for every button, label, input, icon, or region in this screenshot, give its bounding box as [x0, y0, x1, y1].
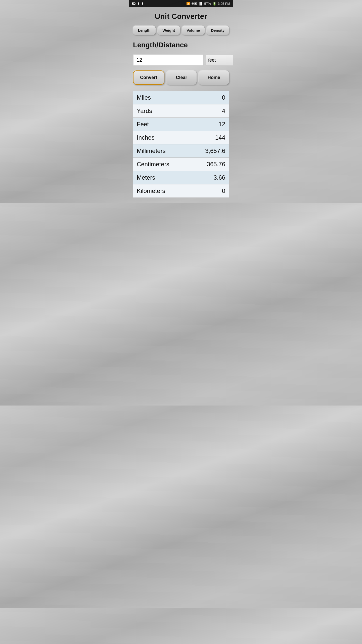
convert-button[interactable]: Convert — [133, 70, 164, 85]
table-row: Meters3.66 — [133, 171, 229, 184]
unit-label: Inches — [133, 131, 186, 144]
download-icon-1: ⬇ — [137, 2, 140, 6]
unit-value: 4 — [186, 104, 229, 118]
table-row: Yards4 — [133, 104, 229, 118]
unit-value: 0 — [186, 91, 229, 104]
table-row: Centimeters365.76 — [133, 158, 229, 171]
unit-select-wrapper: feet inches yards miles millimeters cent… — [206, 55, 233, 66]
unit-label: Miles — [133, 91, 186, 104]
status-right: 📶 4GE ▐▌ 57% 🔋 3:05 PM — [186, 2, 230, 6]
tab-volume[interactable]: Volume — [182, 26, 205, 35]
results-table: Miles0Yards4Feet12Inches144Millimeters3,… — [133, 91, 229, 198]
app-title: Unit Converter — [133, 12, 229, 21]
wifi-icon: 📶 — [186, 2, 190, 5]
unit-value: 12 — [186, 118, 229, 131]
status-bar: 🖼 ⬇ ⬇ 📶 4GE ▐▌ 57% 🔋 3:05 PM — [129, 0, 233, 7]
table-row: Kilometers0 — [133, 184, 229, 198]
unit-value: 365.76 — [186, 158, 229, 171]
tab-weight[interactable]: Weight — [158, 26, 180, 35]
time-label: 3:05 PM — [218, 2, 230, 6]
signal-icon: ▐▌ — [199, 2, 203, 5]
table-row: Feet12 — [133, 118, 229, 131]
input-row: feet inches yards miles millimeters cent… — [133, 54, 229, 66]
download-icon-2: ⬇ — [141, 2, 144, 6]
unit-label: Yards — [133, 104, 186, 118]
unit-value: 3.66 — [186, 171, 229, 184]
battery-label: 57% — [204, 2, 211, 6]
unit-select[interactable]: feet inches yards miles millimeters cent… — [206, 55, 233, 66]
lte-label: 4GE — [192, 2, 197, 5]
status-left: 🖼 ⬇ ⬇ — [132, 2, 144, 6]
table-row: Inches144 — [133, 131, 229, 144]
table-row: Millimeters3,657.6 — [133, 144, 229, 158]
unit-label: Millimeters — [133, 144, 186, 158]
clear-button[interactable]: Clear — [166, 70, 197, 85]
unit-value: 0 — [186, 184, 229, 198]
action-row: Convert Clear Home — [133, 70, 229, 85]
photo-icon: 🖼 — [132, 2, 135, 6]
unit-label: Feet — [133, 118, 186, 131]
battery-icon: 🔋 — [212, 2, 216, 6]
table-row: Miles0 — [133, 91, 229, 104]
section-title: Length/Distance — [133, 41, 229, 49]
tab-row: Length Weight Volume Density — [133, 26, 229, 35]
value-input[interactable] — [133, 54, 204, 66]
unit-value: 3,657.6 — [186, 144, 229, 158]
home-button[interactable]: Home — [199, 70, 229, 85]
tab-length[interactable]: Length — [133, 26, 156, 35]
unit-label: Kilometers — [133, 184, 186, 198]
unit-value: 144 — [186, 131, 229, 144]
unit-label: Meters — [133, 171, 186, 184]
main-content: Unit Converter Length Weight Volume Dens… — [129, 7, 233, 203]
unit-label: Centimeters — [133, 158, 186, 171]
tab-density[interactable]: Density — [207, 26, 229, 35]
